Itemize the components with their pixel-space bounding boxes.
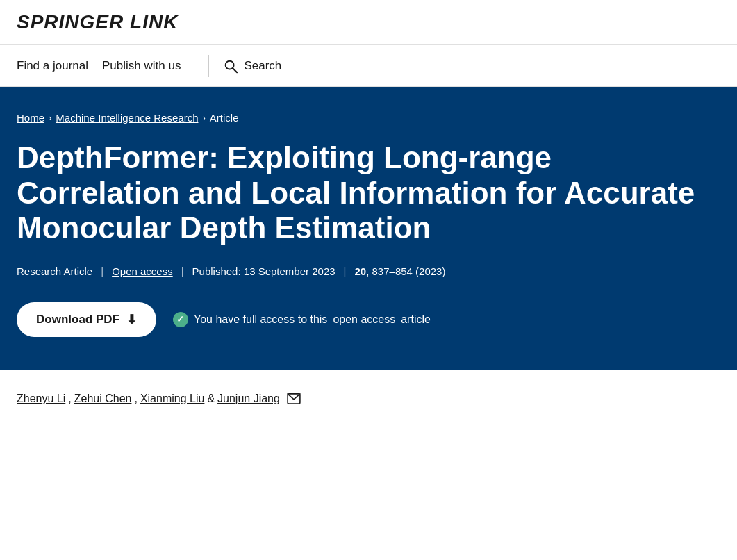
author-4[interactable]: Junjun Jiang	[217, 393, 280, 405]
author-sep-1: ,	[68, 393, 71, 405]
search-label: Search	[244, 59, 281, 73]
article-meta: Research Article | Open access | Publish…	[17, 265, 720, 277]
article-volume: 20, 837–854 (2023)	[354, 265, 445, 277]
author-3[interactable]: Xianming Liu	[140, 393, 205, 405]
search-button[interactable]: Search	[223, 58, 281, 74]
breadcrumb-current: Article	[210, 112, 239, 124]
search-icon	[223, 58, 238, 74]
download-btn-label: Download PDF	[36, 313, 119, 327]
access-notice-post: article	[401, 313, 431, 326]
author-ampersand: &	[207, 393, 215, 405]
meta-sep-1: |	[101, 265, 103, 277]
author-sep-2: ,	[134, 393, 137, 405]
breadcrumb-home[interactable]: Home	[17, 112, 44, 124]
article-title: DepthFormer: Exploiting Long-range Corre…	[17, 140, 720, 246]
svg-line-1	[233, 68, 238, 72]
navbar: Find a journal Publish with us Search	[0, 45, 737, 87]
download-icon: ⬇	[126, 312, 137, 327]
find-journal-link[interactable]: Find a journal	[17, 59, 102, 73]
open-access-badge[interactable]: Open access	[112, 265, 173, 277]
published-date-value: 13 September 2023	[244, 265, 336, 277]
access-notice: ✓ You have full access to this open acce…	[173, 312, 431, 327]
access-check-icon: ✓	[173, 312, 188, 327]
authors-line: Zhenyu Li, Zehui Chen, Xianming Liu & Ju…	[17, 393, 720, 405]
meta-sep-2: |	[181, 265, 184, 277]
nav-links: Find a journal Publish with us Search	[17, 55, 281, 77]
publish-with-us-link[interactable]: Publish with us	[102, 59, 194, 73]
download-pdf-button[interactable]: Download PDF ⬇	[17, 302, 156, 337]
meta-sep-3: |	[344, 265, 347, 277]
site-logo[interactable]: Springer Link	[17, 11, 720, 33]
author-1[interactable]: Zhenyu Li	[17, 393, 65, 405]
article-type: Research Article	[17, 265, 92, 277]
access-open-access-link[interactable]: open access	[333, 313, 395, 326]
breadcrumb-sep-2: ›	[202, 113, 205, 123]
article-pages: 837–854	[372, 265, 413, 277]
article-published: Published: 13 September 2023	[192, 265, 336, 277]
article-year: (2023)	[415, 265, 445, 277]
article-hero: Home › Machine Intelligence Research › A…	[0, 87, 737, 370]
author-2[interactable]: Zehui Chen	[74, 393, 132, 405]
download-row: Download PDF ⬇ ✓ You have full access to…	[17, 302, 720, 337]
nav-divider	[208, 55, 209, 77]
breadcrumb: Home › Machine Intelligence Research › A…	[17, 112, 720, 124]
breadcrumb-sep-1: ›	[49, 113, 51, 123]
email-icon[interactable]	[287, 393, 301, 404]
site-header: Springer Link	[0, 0, 737, 45]
authors-section: Zhenyu Li, Zehui Chen, Xianming Liu & Ju…	[0, 370, 737, 422]
pages-separator: ,	[366, 265, 372, 277]
access-notice-pre: You have full access to this	[194, 313, 327, 326]
breadcrumb-journal[interactable]: Machine Intelligence Research	[56, 112, 198, 124]
